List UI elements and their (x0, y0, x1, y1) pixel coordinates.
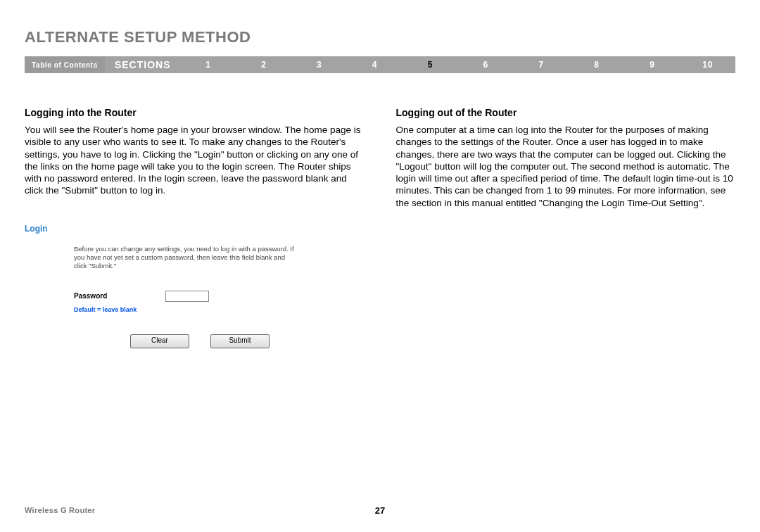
toc-link[interactable]: Table of Contents (25, 56, 105, 73)
right-column: Logging out of the Router One computer a… (396, 107, 736, 348)
section-link-1[interactable]: 1 (180, 60, 236, 70)
password-label: Password (74, 292, 165, 300)
submit-button[interactable]: Submit (210, 334, 270, 348)
section-link-4[interactable]: 4 (347, 60, 403, 70)
login-panel: Login Before you can change any settings… (25, 224, 365, 348)
section-link-3[interactable]: 3 (291, 60, 347, 70)
page-title: ALTERNATE SETUP METHOD (25, 28, 735, 46)
login-instructions: Before you can change any settings, you … (74, 245, 299, 271)
clear-button[interactable]: Clear (130, 334, 189, 348)
section-navbar: Table of Contents SECTIONS 1 2 3 4 5 6 7… (25, 56, 735, 73)
right-heading: Logging out of the Router (396, 107, 736, 118)
section-link-6[interactable]: 6 (458, 60, 514, 70)
section-link-2[interactable]: 2 (236, 60, 291, 70)
login-title: Login (25, 224, 365, 234)
section-link-7[interactable]: 7 (514, 60, 569, 70)
section-link-9[interactable]: 9 (624, 60, 680, 70)
section-link-5[interactable]: 5 (403, 60, 458, 70)
section-link-10[interactable]: 10 (680, 60, 735, 70)
left-body: You will see the Router's home page in y… (25, 124, 365, 197)
section-link-8[interactable]: 8 (569, 60, 625, 70)
sections-label: SECTIONS (105, 59, 181, 70)
password-hint: Default = leave blank (74, 306, 365, 313)
password-input[interactable] (165, 291, 209, 302)
page-number: 27 (375, 505, 385, 516)
page-footer: Wireless G Router 27 (25, 506, 735, 514)
product-name: Wireless G Router (25, 506, 95, 514)
right-body: One computer at a time can log into the … (396, 124, 736, 209)
left-heading: Logging into the Router (25, 107, 365, 118)
left-column: Logging into the Router You will see the… (25, 107, 365, 348)
